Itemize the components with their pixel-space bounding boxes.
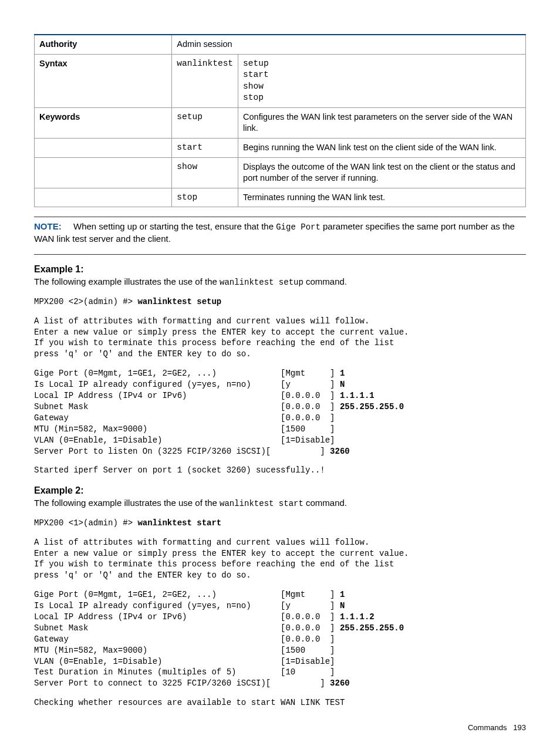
note-block: NOTE: When setting up or starting the te…: [34, 221, 526, 245]
note-code: Gige Port: [276, 222, 321, 232]
page-footer: Commands 193: [34, 723, 526, 733]
note-rule-bottom: [34, 254, 526, 255]
table-row: KeywordssetupConfigures the WAN link tes…: [35, 107, 526, 138]
note-text-before: When setting up or starting the test, en…: [73, 221, 276, 231]
table-row: AuthorityAdmin session: [35, 35, 526, 54]
example1-tail: Started iperf Server on port 1 (socket 3…: [34, 465, 526, 476]
table-row: stopTerminates running the WAN link test…: [35, 188, 526, 207]
example2-paragraph: A list of attributes with formatting and…: [34, 537, 526, 582]
example1-paragraph: A list of attributes with formatting and…: [34, 316, 526, 360]
example1-lines: Gige Port (0=Mgmt, 1=GE1, 2=GE2, ...) [M…: [34, 368, 526, 457]
note-rule-top: [34, 217, 526, 217]
example2-intro: The following example illustrates the us…: [34, 497, 526, 509]
example1-intro: The following example illustrates the us…: [34, 276, 526, 288]
example2-lines: Gige Port (0=Mgmt, 1=GE1, 2=GE2, ...) [M…: [34, 589, 526, 689]
command-table: AuthorityAdmin sessionSyntaxwanlinktests…: [34, 34, 526, 207]
table-row: startBegins running the WAN link test on…: [35, 138, 526, 157]
example1-prompt: MPX200 <2>(admin) #> wanlinktest setup: [34, 296, 526, 308]
table-row: showDisplays the outcome of the WAN link…: [35, 157, 526, 188]
example2-tail: Checking whether resources are available…: [34, 697, 526, 708]
note-label: NOTE:: [34, 221, 62, 231]
example1-heading: Example 1:: [34, 263, 526, 276]
table-row: Syntaxwanlinktestsetup start show stop: [35, 54, 526, 107]
example2-prompt: MPX200 <1>(admin) #> wanlinktest start: [34, 518, 526, 529]
example2-heading: Example 2:: [34, 484, 526, 497]
